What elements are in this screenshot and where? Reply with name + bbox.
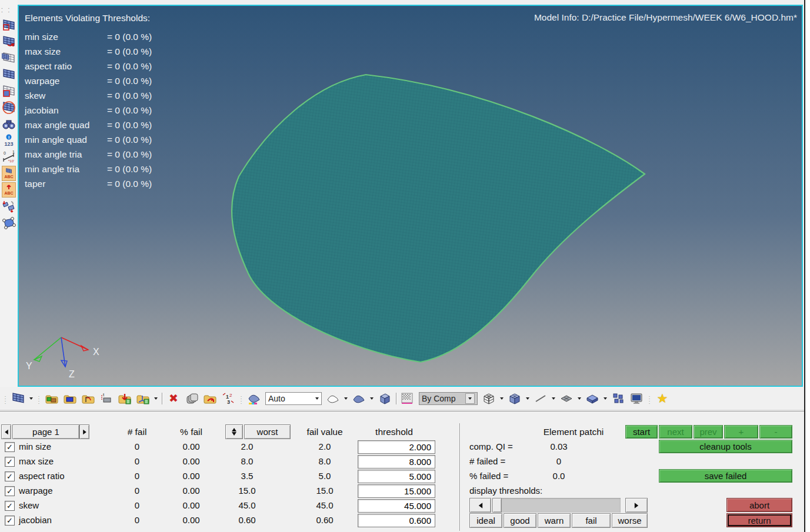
label-loads-abc-icon[interactable]: ABC <box>1 182 16 198</box>
shade-mode-dropdown[interactable]: Auto <box>265 392 322 405</box>
components-icon[interactable] <box>45 392 59 406</box>
row-checkbox[interactable]: ✓ <box>5 442 15 452</box>
surface-shaded-icon[interactable] <box>352 392 366 406</box>
threshold-input[interactable] <box>358 514 435 527</box>
plus-button[interactable]: + <box>724 425 758 439</box>
toolbar-drag-handle[interactable]: .... <box>239 394 243 403</box>
fail-pct: 0.00 <box>172 441 211 451</box>
geometry-folder-icon[interactable] <box>81 392 95 406</box>
ideal-button[interactable]: ideal <box>469 513 502 528</box>
component-blue-icon[interactable] <box>63 392 77 406</box>
slider-right-button[interactable] <box>625 498 648 513</box>
worse-button[interactable]: worse <box>612 513 648 528</box>
numbers-info-icon[interactable]: i 123 <box>1 132 16 148</box>
good-button[interactable]: good <box>504 513 536 528</box>
flat-2d-element-icon[interactable] <box>559 392 574 406</box>
slider-handle[interactable] <box>492 498 502 513</box>
toolbar-drag-handle[interactable]: .... <box>4 394 7 403</box>
viewport-canvas[interactable]: Elements Violating Thresholds: Model Inf… <box>18 5 803 387</box>
reverse-normals-icon[interactable] <box>1 198 16 214</box>
col-header-worst-button[interactable]: worst <box>244 424 291 439</box>
wire-cube-icon[interactable] <box>482 392 496 406</box>
slider-left-button[interactable] <box>469 498 491 513</box>
chevron-down-icon[interactable] <box>370 397 374 400</box>
threshold-input[interactable] <box>358 484 435 498</box>
row-checkbox[interactable]: ✓ <box>5 516 15 526</box>
minus-button[interactable]: - <box>759 425 792 439</box>
threshold-input[interactable] <box>358 440 435 454</box>
pager-page-button[interactable]: page 1 <box>12 424 79 439</box>
shaded-mesh-icon[interactable] <box>1 66 16 82</box>
threshold-input[interactable] <box>358 455 435 469</box>
abort-button[interactable]: abort <box>726 498 792 512</box>
quality-check-icon[interactable] <box>1 83 16 99</box>
wireframe-mesh-icon[interactable] <box>1 50 16 66</box>
favorites-star-icon[interactable]: ★ <box>655 392 669 406</box>
return-button[interactable]: return <box>726 513 792 527</box>
renumber-icon[interactable]: 123 <box>221 392 235 406</box>
sort-button[interactable] <box>225 424 243 439</box>
bottom-toolbar: .... .... t ✖ 123 .... Auto By Comp ....… <box>0 387 804 410</box>
chevron-down-icon[interactable] <box>29 397 33 400</box>
line-1d-icon[interactable] <box>534 392 548 406</box>
color-mode-dropdown[interactable]: By Comp <box>419 392 478 405</box>
chevron-down-icon[interactable] <box>526 397 529 400</box>
performance-monitor-icon[interactable] <box>629 392 644 406</box>
check-elements-icon[interactable] <box>1 17 16 33</box>
delete-icon[interactable]: ✖ <box>166 392 181 406</box>
chevron-down-icon[interactable] <box>604 397 607 400</box>
toolbar-drag-handle[interactable]: .... <box>648 394 651 403</box>
chevron-down-icon[interactable] <box>578 397 581 400</box>
surface-wire-icon[interactable] <box>326 392 340 406</box>
surface-points-icon[interactable] <box>1 215 16 230</box>
violation-row: min angle tria= 0 (0.0 %) <box>25 164 152 179</box>
row-checkbox[interactable]: ✓ <box>5 486 15 496</box>
slider-track[interactable] <box>492 498 621 513</box>
fail-count: 0 <box>118 486 156 496</box>
svg-text:i: i <box>8 135 9 140</box>
axis-z-label: Z <box>69 369 75 379</box>
next-button[interactable]: next <box>659 425 692 439</box>
threshold-input[interactable] <box>358 499 435 513</box>
toolbar-drag-handle[interactable]: .... <box>37 394 41 403</box>
import-folder-icon[interactable] <box>118 392 132 406</box>
save-failed-button[interactable]: save failed <box>659 469 792 483</box>
chevron-down-icon[interactable] <box>500 397 504 400</box>
chevron-down-icon[interactable] <box>552 397 555 400</box>
fail-button[interactable]: fail <box>572 513 611 528</box>
dither-swatch-icon[interactable] <box>401 392 415 406</box>
export-axis-icon[interactable] <box>136 392 150 406</box>
table-row: ✓ aspect ratio 0 0.00 3.5 5.0 <box>0 469 447 484</box>
mesh-style-icon[interactable] <box>11 392 25 406</box>
warn-button[interactable]: warn <box>538 513 571 528</box>
label-elements-abc-icon[interactable]: ABC <box>1 165 16 181</box>
stat-value: 0 <box>518 456 600 466</box>
pager-prev-button[interactable] <box>1 424 11 439</box>
threshold-input[interactable] <box>358 470 435 483</box>
row-checkbox[interactable]: ✓ <box>5 501 15 511</box>
solid-cube-icon[interactable] <box>508 392 522 406</box>
cleanup-tools-button[interactable]: cleanup tools <box>659 440 792 453</box>
verify-elements-icon[interactable] <box>1 34 16 49</box>
blocks-icon[interactable] <box>611 392 625 406</box>
element-circle-check-icon[interactable] <box>1 99 16 115</box>
prev-button[interactable]: prev <box>694 425 723 439</box>
stacked-3d-element-icon[interactable] <box>585 392 599 406</box>
pager-next-button[interactable] <box>79 424 89 439</box>
axis-triad: X Y Z <box>24 330 106 380</box>
copy-stack-icon[interactable] <box>185 392 199 406</box>
element-size-icon[interactable]: t <box>99 392 114 406</box>
start-button[interactable]: start <box>625 425 658 439</box>
row-checkbox[interactable]: ✓ <box>5 471 15 481</box>
chevron-down-icon[interactable] <box>154 397 158 400</box>
organize-folder-icon[interactable] <box>203 392 217 406</box>
row-label: skew <box>19 500 39 510</box>
worst-value: 3.5 <box>226 471 268 481</box>
find-binoculars-icon[interactable] <box>1 116 16 132</box>
measure-ruler-icon[interactable]: 01 *10' <box>1 149 16 165</box>
chevron-down-icon[interactable] <box>344 397 348 400</box>
toolbar-drag-handle[interactable]: . . . . <box>1 1 16 16</box>
shade-auto-icon[interactable] <box>247 392 261 406</box>
cube-shaded-icon[interactable] <box>378 392 392 406</box>
row-checkbox[interactable]: ✓ <box>5 457 15 467</box>
